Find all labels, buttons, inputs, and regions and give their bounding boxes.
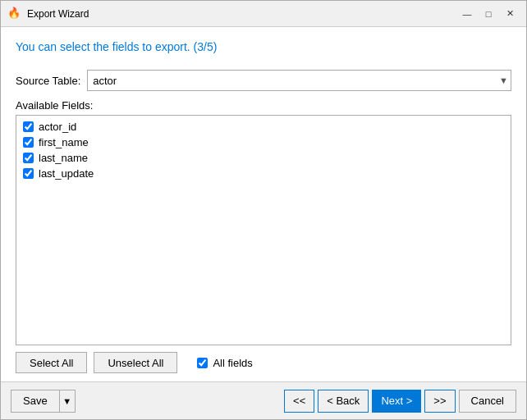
field-last-name-label: last_name	[39, 152, 88, 164]
fields-list: actor_id first_name last_name last_updat…	[16, 115, 511, 345]
bottom-bar: Save ▼ << < Back Next > >> Cancel	[1, 381, 526, 419]
unselect-all-button[interactable]: Unselect All	[94, 352, 177, 373]
source-table-row: Source Table: actor film customer ▼	[16, 70, 511, 91]
all-fields-label[interactable]: All fields	[197, 357, 252, 369]
source-table-select[interactable]: actor film customer	[87, 70, 511, 91]
app-icon: 🔥	[7, 7, 22, 21]
fields-section: Available Fields: actor_id first_name la…	[16, 99, 511, 373]
wizard-header: You can select the fields to export. (3/…	[16, 40, 511, 53]
all-fields-checkbox[interactable]	[197, 358, 208, 368]
first-button[interactable]: <<	[284, 390, 314, 413]
save-button[interactable]: Save	[11, 390, 59, 413]
save-dropdown-button[interactable]: ▼	[59, 390, 76, 413]
field-last-name-checkbox[interactable]	[23, 153, 34, 163]
save-group: Save ▼	[11, 390, 76, 413]
content-area: You can select the fields to export. (3/…	[1, 27, 526, 381]
source-table-wrapper: actor film customer ▼	[87, 70, 511, 91]
all-fields-text: All fields	[213, 357, 252, 369]
list-item[interactable]: last_update	[20, 166, 507, 181]
list-item[interactable]: last_name	[20, 150, 507, 166]
field-action-buttons: Select All Unselect All All fields	[16, 352, 511, 373]
field-actor-id-label: actor_id	[39, 121, 76, 133]
close-button[interactable]: ✕	[500, 6, 520, 22]
field-actor-id-checkbox[interactable]	[23, 121, 34, 132]
field-last-update-label: last_update	[39, 167, 94, 180]
last-button[interactable]: >>	[424, 390, 455, 413]
minimize-button[interactable]: —	[457, 6, 477, 22]
field-first-name-label: first_name	[39, 136, 89, 148]
cancel-button[interactable]: Cancel	[459, 390, 516, 413]
list-item[interactable]: first_name	[20, 135, 507, 150]
field-first-name-checkbox[interactable]	[23, 137, 34, 148]
maximize-button[interactable]: □	[479, 6, 498, 22]
window-title: Export Wizard	[27, 8, 457, 20]
select-all-button[interactable]: Select All	[16, 352, 87, 373]
available-fields-label: Available Fields:	[16, 99, 511, 112]
back-button[interactable]: < Back	[318, 390, 369, 413]
source-table-label: Source Table:	[16, 75, 80, 87]
next-button[interactable]: Next >	[372, 390, 421, 413]
window-controls: — □ ✕	[457, 6, 520, 22]
list-item[interactable]: actor_id	[20, 119, 507, 135]
title-bar: 🔥 Export Wizard — □ ✕	[1, 1, 526, 27]
main-window: 🔥 Export Wizard — □ ✕ You can select the…	[0, 0, 527, 420]
field-last-update-checkbox[interactable]	[23, 168, 34, 179]
navigation-buttons: << < Back Next > >> Cancel	[284, 390, 516, 413]
